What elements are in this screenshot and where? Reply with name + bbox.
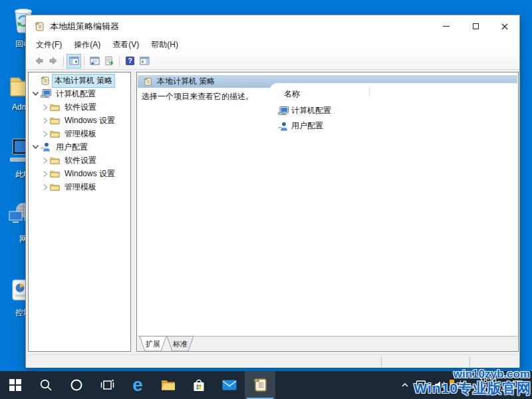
user-icon [41, 142, 51, 152]
back-button[interactable] [31, 54, 46, 68]
window-title: 本地组策略编辑器 [50, 21, 432, 33]
folder-icon [50, 102, 60, 112]
status-divider [469, 357, 470, 366]
watermark-site-name: Win10专业版官网 [414, 379, 531, 398]
tab-extended-label: 扩展 [146, 340, 160, 348]
menu-view[interactable]: 查看(V) [108, 37, 144, 53]
details-header-title: 本地计算机 策略 [157, 76, 215, 87]
show-action-pane-button[interactable] [137, 54, 152, 68]
menu-action[interactable]: 操作(A) [69, 37, 105, 53]
tree-item-local-computer-policy[interactable]: 本地计算机 策略 [29, 74, 130, 87]
console-tree-pane[interactable]: 本地计算机 策略 计算机配置 软件设置 Windows 设置 管理模板 [28, 72, 131, 352]
cortana-icon [70, 378, 83, 392]
tab-standard[interactable]: 标准 [167, 336, 194, 352]
menu-file[interactable]: 文件(F) [31, 37, 66, 53]
tree-item-user-configuration[interactable]: 用户配置 [29, 140, 130, 154]
search-icon [39, 378, 53, 392]
gpedit-scroll-icon [143, 77, 152, 86]
toolbar: ? [26, 53, 519, 70]
gpedit-taskbar-button[interactable] [245, 371, 275, 399]
toolbar-separator [84, 56, 84, 66]
tray-expand-button[interactable] [398, 371, 412, 399]
chevron-down-icon[interactable] [32, 91, 39, 97]
console-body: 本地计算机 策略 计算机配置 软件设置 Windows 设置 管理模板 [26, 70, 519, 354]
properties-button[interactable] [87, 54, 102, 68]
store-icon [192, 378, 205, 392]
menu-help[interactable]: 帮助(H) [146, 37, 183, 53]
folder-icon [50, 129, 60, 139]
tree-item-windows-settings[interactable]: Windows 设置 [29, 114, 130, 127]
tree-item-label: 管理模板 [63, 181, 98, 194]
start-button[interactable] [0, 371, 31, 399]
user-icon [278, 121, 289, 132]
tree-item-administrative-templates-user[interactable]: 管理模板 [29, 180, 130, 194]
help-button[interactable]: ? [122, 54, 137, 68]
app-icon [34, 21, 45, 32]
forward-arrow-icon [48, 55, 59, 66]
column-header-name[interactable]: 名称 [284, 88, 300, 100]
minimize-icon [443, 26, 450, 27]
export-list-button[interactable] [102, 54, 116, 68]
tree-item-label: 管理模板 [63, 128, 98, 140]
tab-strip: 扩展 标准 [138, 336, 517, 351]
svg-text:?: ? [128, 57, 132, 65]
mail-icon [222, 380, 237, 390]
export-list-icon [104, 55, 115, 66]
status-bar [26, 354, 519, 368]
search-button[interactable] [31, 371, 61, 399]
chevron-right-icon[interactable] [43, 170, 49, 178]
cortana-button[interactable] [61, 371, 92, 399]
help-icon: ? [124, 55, 136, 66]
close-button[interactable] [490, 15, 519, 37]
list-item-label: 计算机配置 [291, 105, 331, 116]
folder-icon [50, 116, 60, 126]
file-explorer-button[interactable] [153, 371, 184, 399]
minimize-button[interactable] [432, 15, 461, 37]
chevron-right-icon[interactable] [43, 117, 49, 124]
gpedit-window: 本地组策略编辑器 文件(F) 操作(A) 查看(V) 帮助(H) [25, 15, 520, 367]
chevron-down-icon[interactable] [32, 144, 39, 150]
folder-icon [50, 182, 60, 192]
edge-button[interactable]: e [122, 371, 153, 399]
tree-item-administrative-templates[interactable]: 管理模板 [29, 127, 130, 140]
task-view-icon [100, 379, 114, 391]
show-console-tree-button[interactable] [66, 54, 81, 68]
mail-button[interactable] [214, 371, 245, 399]
tab-standard-label: 标准 [172, 340, 188, 348]
action-pane-icon [139, 55, 150, 66]
maximize-icon [473, 23, 479, 29]
tree-item-label: 本地计算机 策略 [53, 74, 114, 87]
chevron-right-icon[interactable] [43, 130, 49, 138]
status-divider [381, 357, 382, 366]
tree-item-software-settings-user[interactable]: 软件设置 [29, 154, 130, 167]
folder-icon [50, 156, 60, 166]
tree-item-software-settings[interactable]: 软件设置 [29, 100, 130, 114]
tab-extended[interactable]: 扩展 [140, 336, 166, 352]
tree-item-label: 用户配置 [54, 141, 90, 154]
chevron-up-icon [401, 382, 409, 388]
tree-item-label: 软件设置 [63, 154, 98, 167]
tree-item-label: 软件设置 [63, 101, 98, 114]
list-item-label: 用户配置 [291, 120, 323, 132]
windows-logo-icon [9, 379, 21, 391]
file-explorer-icon [160, 378, 176, 392]
titlebar[interactable]: 本地组策略编辑器 [26, 15, 519, 37]
chevron-right-icon[interactable] [43, 104, 49, 111]
chevron-right-icon[interactable] [43, 157, 49, 164]
forward-button[interactable] [46, 54, 61, 68]
chevron-right-icon[interactable] [43, 184, 49, 191]
list-item-computer-configuration[interactable]: 计算机配置 [278, 105, 331, 116]
store-button[interactable] [184, 371, 214, 399]
console-tree-icon [68, 55, 80, 66]
folder-icon [50, 169, 60, 179]
maximize-button[interactable] [461, 15, 490, 37]
task-view-button[interactable] [92, 371, 122, 399]
caption-buttons [432, 15, 519, 37]
column-divider[interactable] [369, 86, 370, 96]
tree-item-windows-settings-user[interactable]: Windows 设置 [29, 167, 130, 180]
edge-icon: e [132, 376, 143, 394]
tree-item-computer-configuration[interactable]: 计算机配置 [29, 87, 130, 100]
list-item-user-configuration[interactable]: 用户配置 [278, 120, 323, 132]
details-list[interactable]: 名称 计算机配置 用户配置 [269, 83, 517, 336]
properties-icon [89, 55, 100, 66]
